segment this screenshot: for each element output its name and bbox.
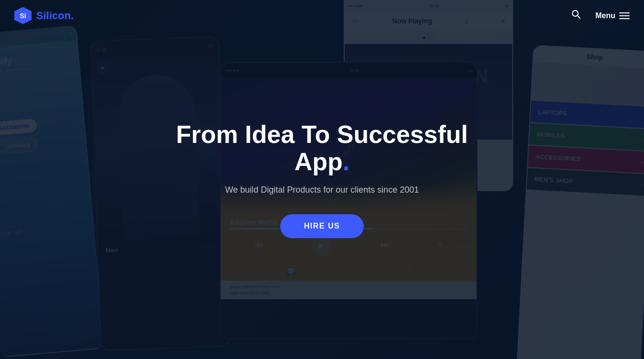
- logo-name: Silicon: [36, 10, 71, 22]
- logo-dot: .: [71, 10, 74, 22]
- hamburger-icon: [619, 12, 630, 19]
- menu-label: Menu: [595, 11, 615, 20]
- nav-right: Menu: [569, 7, 630, 24]
- hero-title: From Idea To Successful App.: [155, 121, 489, 175]
- svg-line-1: [578, 16, 581, 19]
- hero-title-text: From Idea To Successful App: [176, 120, 468, 175]
- hero-content: From Idea To Successful App. We build Di…: [155, 121, 489, 238]
- hire-us-button[interactable]: HIRE US: [280, 214, 364, 238]
- hero-subtitle: We build Digital Products for our client…: [155, 185, 489, 195]
- logo-icon: Si: [14, 7, 32, 24]
- search-icon: [571, 10, 581, 19]
- navbar: Si Silicon. Menu: [0, 0, 644, 31]
- hero-title-dot: .: [343, 148, 349, 175]
- search-button[interactable]: [569, 7, 583, 24]
- logo-text: Silicon.: [36, 10, 74, 22]
- menu-button[interactable]: Menu: [595, 11, 630, 20]
- logo-link[interactable]: Si Silicon.: [14, 7, 74, 24]
